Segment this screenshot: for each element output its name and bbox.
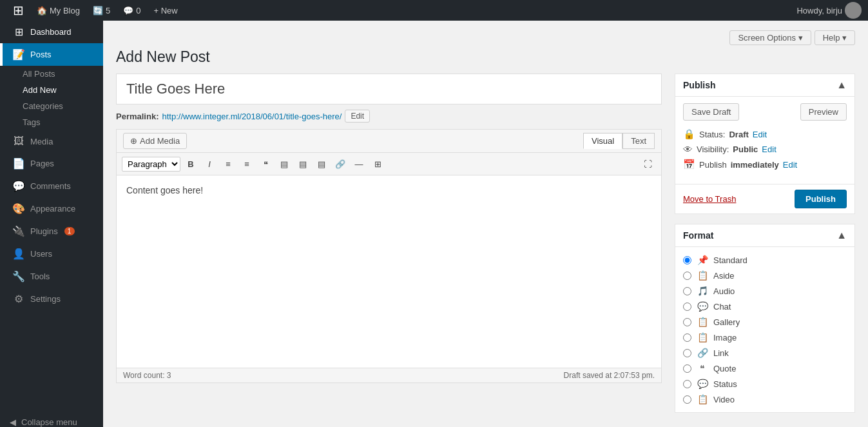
sidebar-item-tools-label: Tools — [30, 272, 50, 281]
comments-item[interactable]: 💬 0 — [117, 0, 147, 21]
add-media-button[interactable]: ⊕ Add Media — [123, 133, 187, 149]
sidebar-item-plugins[interactable]: 🔌 Plugins 1 — [0, 220, 103, 243]
calendar-icon: 📅 — [683, 159, 695, 170]
format-standard-label: Standard — [713, 255, 747, 265]
format-radio-aside[interactable] — [683, 272, 691, 280]
format-radio-link[interactable] — [683, 349, 691, 357]
format-option-aside[interactable]: 📋Aside — [683, 268, 847, 283]
paragraph-select[interactable]: Paragraph — [122, 157, 180, 172]
appearance-icon: 🎨 — [12, 203, 25, 215]
screen-options-label: Screen Options — [738, 33, 796, 43]
format-radio-status[interactable] — [683, 380, 691, 388]
align-right-button[interactable]: ▤ — [313, 155, 330, 172]
format-option-audio[interactable]: 🎵Audio — [683, 283, 847, 299]
sidebar-item-pages[interactable]: 📄 Pages — [0, 152, 103, 175]
format-radio-chat[interactable] — [683, 303, 691, 311]
format-option-quote[interactable]: ❝Quote — [683, 361, 847, 376]
expand-editor-button[interactable]: ⛶ — [639, 155, 656, 172]
text-tab[interactable]: Text — [622, 133, 655, 149]
format-option-chat[interactable]: 💬Chat — [683, 299, 847, 314]
visibility-icon: 👁 — [683, 144, 693, 155]
format-option-video[interactable]: 📋Video — [683, 392, 847, 407]
publish-panel: Publish ▲ Save Draft Preview 🔒 Status: D… — [675, 74, 855, 214]
bold-button[interactable]: B — [182, 155, 199, 172]
publish-time-edit-link[interactable]: Edit — [783, 160, 797, 170]
format-link-icon: 🔗 — [697, 348, 708, 358]
publish-panel-header[interactable]: Publish ▲ — [675, 74, 854, 97]
blockquote-button[interactable]: ❝ — [257, 155, 274, 172]
format-option-standard[interactable]: 📌Standard — [683, 252, 847, 268]
sidebar-item-tools[interactable]: 🔧 Tools — [0, 265, 103, 288]
new-content-item[interactable]: + New — [147, 0, 184, 21]
italic-button[interactable]: I — [201, 155, 218, 172]
sidebar-subitem-tags[interactable]: Tags — [0, 114, 103, 130]
site-name: My Blog — [50, 6, 80, 15]
format-aside-label: Aside — [713, 271, 735, 281]
sidebar-subitem-categories[interactable]: Categories — [0, 98, 103, 114]
sidebar-item-appearance[interactable]: 🎨 Appearance — [0, 197, 103, 220]
editor-content[interactable]: Content goes here! — [116, 175, 662, 368]
settings-icon: ⚙ — [12, 293, 25, 305]
format-radio-audio[interactable] — [683, 287, 691, 295]
sidebar-item-posts[interactable]: 📝 Posts — [0, 43, 103, 66]
sidebar-item-settings[interactable]: ⚙ Settings — [0, 288, 103, 310]
format-radio-quote[interactable] — [683, 364, 691, 373]
visibility-edit-link[interactable]: Edit — [762, 144, 776, 154]
format-panel-header[interactable]: Format ▲ — [675, 224, 854, 247]
format-option-link[interactable]: 🔗Link — [683, 345, 847, 361]
pages-icon: 📄 — [12, 157, 25, 170]
format-panel: Format ▲ 📌Standard📋Aside🎵Audio💬Chat📋Gall… — [675, 224, 855, 413]
publish-button[interactable]: Publish — [795, 190, 847, 208]
insert-link-button[interactable]: 🔗 — [332, 155, 349, 172]
format-radio-video[interactable] — [683, 395, 691, 404]
permalink-url[interactable]: http://www.integer.ml/2018/06/01/title-g… — [162, 112, 342, 121]
tags-label: Tags — [23, 117, 40, 127]
format-radio-image[interactable] — [683, 333, 691, 342]
format-status-label: Status — [713, 379, 737, 389]
post-sidebar: Publish ▲ Save Draft Preview 🔒 Status: D… — [675, 74, 855, 422]
sidebar-item-appearance-label: Appearance — [30, 204, 75, 214]
add-media-label: Add Media — [140, 136, 180, 146]
insert-table-button[interactable]: ⊞ — [369, 155, 386, 172]
align-left-button[interactable]: ▤ — [276, 155, 293, 172]
sidebar-item-media-label: Media — [30, 137, 53, 146]
help-button[interactable]: Help ▾ — [815, 30, 855, 45]
move-to-trash-button[interactable]: Move to Trash — [683, 194, 736, 204]
preview-button[interactable]: Preview — [800, 103, 847, 121]
format-video-label: Video — [713, 395, 735, 404]
status-edit-link[interactable]: Edit — [753, 130, 767, 139]
editor-toolbar-top: ⊕ Add Media Visual Text — [116, 129, 662, 152]
format-radio-standard[interactable] — [683, 256, 691, 264]
ordered-list-button[interactable]: ≡ — [238, 155, 255, 172]
page-title: Add New Post — [116, 48, 855, 66]
format-option-image[interactable]: 📋Image — [683, 330, 847, 345]
avatar[interactable] — [845, 2, 862, 19]
sidebar-item-media[interactable]: 🖼 Media — [0, 130, 103, 152]
updates-item[interactable]: 🔄 5 — [86, 0, 117, 21]
screen-options-button[interactable]: Screen Options ▾ — [729, 30, 811, 45]
format-radio-gallery[interactable] — [683, 318, 691, 326]
format-option-status[interactable]: 💬Status — [683, 376, 847, 392]
insert-more-button[interactable]: — — [351, 155, 367, 172]
collapse-menu-button[interactable]: ◀ Collapse menu — [0, 412, 103, 427]
permalink-edit-button[interactable]: Edit — [345, 110, 370, 123]
sidebar-item-posts-label: Posts — [30, 50, 52, 59]
sidebar-item-dashboard[interactable]: ⊞ Dashboard — [0, 21, 103, 43]
sidebar-item-users[interactable]: 👤 Users — [0, 243, 103, 265]
my-blog-item[interactable]: 🏠 My Blog — [30, 0, 86, 21]
wp-logo-item[interactable]: ⊞ — [6, 0, 30, 21]
add-media-icon: ⊕ — [130, 136, 137, 146]
all-posts-label: All Posts — [23, 69, 55, 79]
format-option-gallery[interactable]: 📋Gallery — [683, 314, 847, 330]
format-aside-icon: 📋 — [697, 270, 708, 281]
post-title-input[interactable] — [116, 74, 662, 104]
sidebar-item-comments[interactable]: 💬 Comments — [0, 175, 103, 197]
align-center-button[interactable]: ▤ — [294, 155, 311, 172]
publish-panel-footer: Move to Trash Publish — [675, 184, 854, 214]
sidebar-subitem-all-posts[interactable]: All Posts — [0, 66, 103, 82]
format-options: 📌Standard📋Aside🎵Audio💬Chat📋Gallery📋Image… — [675, 247, 854, 412]
save-draft-button[interactable]: Save Draft — [683, 103, 739, 121]
visual-tab[interactable]: Visual — [583, 133, 622, 149]
sidebar-subitem-add-new[interactable]: Add New — [0, 82, 103, 98]
unordered-list-button[interactable]: ≡ — [220, 155, 236, 172]
